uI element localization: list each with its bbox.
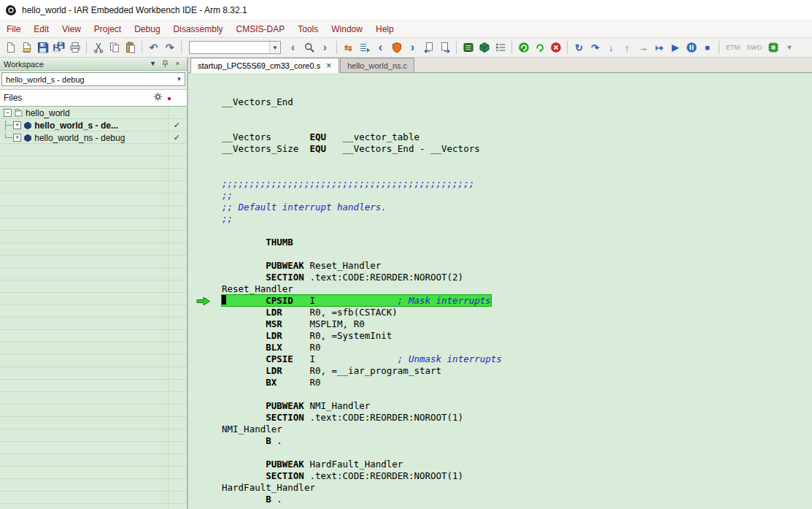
stop-debug-icon[interactable] [548,40,563,56]
code-line[interactable] [188,389,812,400]
next-bookmark-icon[interactable]: › [405,40,420,56]
workspace-panel-header[interactable]: Workspace ▼ × [0,58,187,71]
previous-document-icon[interactable] [421,40,436,56]
code-line[interactable]: __Vectors_Size EQU __Vectors_End - __Vec… [188,143,812,155]
tree-item-hello-world-ns-debug[interactable]: └─+hello_world_ns - debug✓ [0,131,187,144]
previous-bookmark-icon[interactable]: ‹ [373,40,388,56]
next-document-icon[interactable] [437,40,452,56]
nav-back-icon[interactable]: ‹ [285,40,301,56]
workspace-config-select[interactable]: hello_world_s - debug ▼ [1,72,185,86]
code-line[interactable]: B . [188,494,812,505]
tree-item-hello-world[interactable]: −hello_world [0,107,187,119]
break-icon[interactable] [684,40,699,56]
code-line[interactable]: LDR R0, =SystemInit [188,330,812,342]
code-line[interactable]: SECTION .text:CODE:REORDER:NOROOT(1) [188,412,812,424]
code-line[interactable]: SECTION .text:CODE:REORDER:NOROOT(1) [188,470,812,482]
stop-icon[interactable]: ■ [700,40,715,56]
build-icon[interactable] [476,40,492,56]
terminal-io-icon[interactable] [766,40,781,56]
code-line[interactable]: THUMB [188,237,812,248]
gear-icon[interactable] [153,92,163,104]
code-line[interactable]: PUBWEAK NMI_Handler [188,400,812,412]
menu-item-debug[interactable]: Debug [128,22,166,37]
code-line[interactable]: LDR R0, =sfb(CSTACK) [188,307,812,318]
refresh-icon[interactable] [532,40,547,56]
batch-build-icon[interactable] [492,40,508,56]
close-icon[interactable]: × [325,61,332,71]
code-line[interactable]: PUBWEAK HardFault_Handler [188,459,812,470]
find-combobox[interactable]: ▼ [189,41,281,54]
code-line[interactable]: Reset_Handler [188,283,812,295]
redo-icon[interactable]: ↷ [162,40,177,56]
expand-icon[interactable]: + [13,121,21,129]
code-line[interactable] [188,248,812,260]
code-line[interactable]: __Vectors_End [188,96,812,108]
code-line[interactable] [188,73,812,85]
menu-item-edit[interactable]: Edit [27,22,55,37]
workspace-tree[interactable]: −hello_world├─+hello_world_s - de...✓└─+… [0,107,187,509]
toolbar-label-swo[interactable]: SWO [743,44,765,51]
search-icon[interactable] [301,40,317,56]
code-line[interactable]: SECTION .text:CODE:REORDER:NOROOT(2) [188,272,812,283]
code-line[interactable]: ;; [188,213,812,225]
chevron-down-icon[interactable]: ▼ [269,42,280,53]
code-line[interactable]: ;; [188,190,812,202]
nav-forward-icon[interactable]: › [317,40,333,56]
copy-icon[interactable] [107,40,122,56]
step-out-icon[interactable]: ↑ [619,40,635,56]
menu-item-project[interactable]: Project [88,22,128,37]
chevron-down-icon[interactable]: ▼ [174,73,185,85]
code-line[interactable] [188,120,812,131]
menu-item-cmsis-dap[interactable]: CMSIS-DAP [230,22,292,37]
collapse-icon[interactable]: − [4,109,12,117]
code-line[interactable] [188,155,812,167]
menu-item-view[interactable]: View [55,22,88,37]
code-line[interactable] [188,167,812,178]
go-icon[interactable]: ▶ [668,40,683,56]
code-line[interactable] [188,447,812,459]
tree-item-hello-world-s-de[interactable]: ├─+hello_world_s - de...✓ [0,119,187,131]
print-icon[interactable] [67,40,82,56]
debug-reset-icon[interactable]: ↻ [571,40,587,56]
code-line[interactable] [188,108,812,120]
tab-hello-world-ns-c[interactable]: hello_world_ns.c [340,58,414,72]
code-line[interactable]: PUBWEAK Reset_Handler [188,260,812,272]
close-icon[interactable]: × [172,58,183,69]
function-list-icon[interactable] [357,40,372,56]
code-line[interactable]: BLX R0 [188,342,812,353]
code-line[interactable]: NMI_Handler [188,424,812,435]
code-line[interactable]: __Vectors EQU __vector_table [188,131,812,143]
next-statement-icon[interactable]: → [635,40,651,56]
save-icon[interactable] [35,40,50,56]
menu-item-file[interactable]: File [0,22,27,37]
reset-icon[interactable] [516,40,531,56]
chevron-down-icon[interactable]: ▼ [147,58,158,69]
code-line[interactable]: HardFault_Handler [188,482,812,494]
go-to-definition-icon[interactable]: ⇆ [341,40,356,56]
menu-item-tools[interactable]: Tools [291,22,325,37]
toggle-breakpoint-icon[interactable] [389,40,404,56]
code-line[interactable]: BX R0 [188,377,812,389]
make-icon[interactable] [460,40,476,56]
editor-code[interactable]: __Vectors_End __Vectors EQU __vector_tab… [188,73,812,509]
code-line[interactable] [188,85,812,96]
code-line[interactable]: B . [188,435,812,447]
menu-item-window[interactable]: Window [325,22,369,37]
cut-icon[interactable] [90,40,106,56]
menu-item-help[interactable]: Help [369,22,401,37]
code-line[interactable]: CPSIE I ; Unmask interrupts [188,353,812,365]
step-into-icon[interactable]: ↓ [603,40,619,56]
save-all-icon[interactable] [51,40,66,56]
run-to-cursor-icon[interactable]: ↦ [651,40,667,56]
expand-icon[interactable]: + [13,134,21,142]
code-line[interactable]: LDR R0, =__iar_program_start [188,365,812,377]
pin-icon[interactable] [160,58,171,69]
toolbar-label-etm[interactable]: ETM [723,44,743,51]
menu-item-disassembly[interactable]: Disassembly [167,22,230,37]
code-line[interactable] [188,225,812,237]
code-line[interactable]: ;; Default interrupt handlers. [188,202,812,213]
step-over-icon[interactable]: ↷ [587,40,603,56]
code-line[interactable] [188,505,812,509]
code-line[interactable]: ;;;;;;;;;;;;;;;;;;;;;;;;;;;;;;;;;;;;;;;;… [188,178,812,190]
breakpoint-dot-icon[interactable]: ● [167,94,171,102]
